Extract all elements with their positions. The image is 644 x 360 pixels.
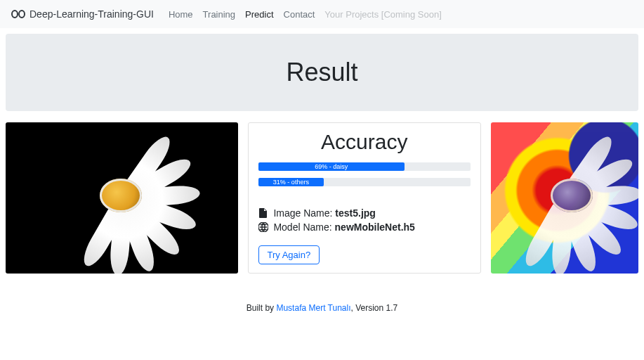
page-title: Result xyxy=(286,58,357,87)
heatmap-daisy-overlay xyxy=(518,134,615,264)
image-name-label: Image Name: xyxy=(273,207,332,219)
footer: Built by Mustafa Mert Tunalı, Version 1.… xyxy=(0,303,644,334)
footer-suffix: , Version 1.7 xyxy=(351,303,398,313)
input-image-panel xyxy=(6,122,238,274)
infinity-icon xyxy=(11,10,25,18)
brand-text: Deep-Learning-Training-GUI xyxy=(29,8,154,20)
model-name-row: Model Name: newMobileNet.h5 xyxy=(258,221,471,234)
progress-daisy: 69% - daisy xyxy=(258,162,471,171)
nav-contact[interactable]: Contact xyxy=(284,9,315,20)
model-name-value: newMobileNet.h5 xyxy=(335,221,415,233)
daisy-image xyxy=(47,134,200,264)
nav-home[interactable]: Home xyxy=(169,9,193,20)
nav-your-projects: Your Projects [Coming Soon] xyxy=(324,9,441,20)
model-name-label: Model Name: xyxy=(273,221,331,233)
progress-daisy-bar: 69% - daisy xyxy=(258,162,405,171)
try-again-button[interactable]: Try Again? xyxy=(258,245,320,264)
progress-others: 31% - others xyxy=(258,178,471,186)
nav-training[interactable]: Training xyxy=(203,9,235,20)
accuracy-heading: Accuracy xyxy=(258,130,471,154)
footer-prefix: Built by xyxy=(247,303,277,313)
result-row: Accuracy 69% - daisy 31% - others Image … xyxy=(6,122,638,274)
navbar: Deep-Learning-Training-GUI Home Training… xyxy=(0,0,644,28)
heatmap-panel xyxy=(491,122,638,274)
nav-predict[interactable]: Predict xyxy=(245,9,273,20)
brand[interactable]: Deep-Learning-Training-GUI xyxy=(11,8,154,20)
accuracy-card: Accuracy 69% - daisy 31% - others Image … xyxy=(248,122,482,274)
progress-others-bar: 31% - others xyxy=(258,178,324,186)
image-name-row: Image Name: test5.jpg xyxy=(258,207,471,220)
jumbotron: Result xyxy=(6,34,638,111)
database-icon xyxy=(258,222,268,234)
footer-author-link[interactable]: Mustafa Mert Tunalı xyxy=(276,303,350,313)
file-image-icon xyxy=(258,208,268,220)
image-name-value: test5.jpg xyxy=(335,207,376,219)
